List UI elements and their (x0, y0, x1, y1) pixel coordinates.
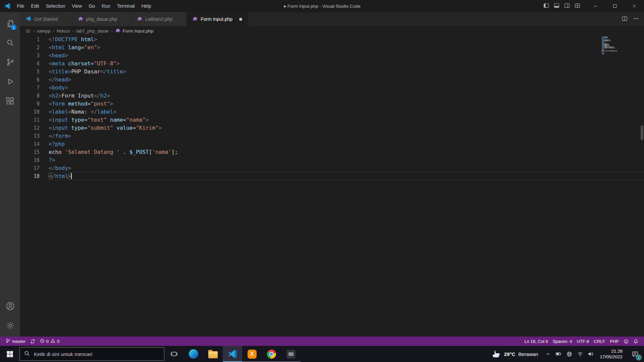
maximize-button[interactable] (605, 0, 625, 12)
toggle-secondary-sidebar-icon[interactable] (564, 3, 570, 9)
line-number[interactable]: 6 (20, 76, 49, 84)
tab-php-dasar-php[interactable]: php_dasar.php (72, 12, 132, 26)
more-actions-icon[interactable] (633, 16, 639, 22)
menu-help[interactable]: Help (138, 0, 155, 12)
code-line[interactable]: 4<meta charset="UTF-8"> (20, 60, 644, 68)
code-line[interactable]: 17</body> (20, 164, 644, 172)
code-line[interactable]: 18</html> (20, 172, 644, 180)
chrome-taskbar-icon[interactable] (262, 346, 281, 362)
activity-explorer-icon[interactable]: 1 (0, 13, 20, 33)
breadcrumb-segment[interactable]: lab7_php_dasar (76, 28, 109, 34)
notifications-bell-icon[interactable] (631, 337, 641, 346)
code-line[interactable]: 3<head> (20, 52, 644, 60)
code-line[interactable]: 14<?php (20, 140, 644, 148)
tab-form-input-php[interactable]: Form Input.php (187, 12, 248, 26)
line-number[interactable]: 18 (20, 172, 49, 180)
menu-file[interactable]: File (13, 0, 28, 12)
toggle-panel-icon[interactable] (554, 3, 559, 9)
battery-icon[interactable] (553, 346, 564, 362)
activity-run-debug-icon[interactable] (0, 72, 20, 91)
code-line[interactable]: 6</head> (20, 76, 644, 84)
clock[interactable]: 21.28 17/05/2022 (596, 348, 626, 360)
wifi-icon[interactable] (575, 346, 585, 362)
sync-button[interactable] (28, 337, 38, 346)
code-line[interactable]: 11<input type="text" name="nama"> (20, 116, 644, 124)
activity-account-icon[interactable] (0, 296, 20, 316)
problems-indicator[interactable]: 0 0 (38, 337, 62, 346)
close-button[interactable] (625, 0, 644, 12)
editor[interactable]: 1<!DOCTYPE html>2<html lang="en">3<head>… (20, 36, 644, 337)
line-number[interactable]: 1 (20, 36, 49, 44)
indentation[interactable]: Spaces: 4 (550, 337, 575, 346)
vscode-taskbar-icon[interactable] (223, 346, 242, 362)
cursor-position[interactable]: Ln 18, Col 8 (522, 337, 550, 346)
code-line[interactable]: 12<input type="submit" value="Kirim"> (20, 124, 644, 132)
code-line[interactable]: 15echo 'Selamat Datang ' . $_POST['nama'… (20, 148, 644, 156)
volume-icon[interactable] (586, 346, 596, 362)
eol[interactable]: CRLF (591, 337, 607, 346)
task-view-button[interactable] (164, 346, 184, 362)
menu-terminal[interactable]: Terminal (114, 0, 138, 12)
toggle-sidebar-icon[interactable] (543, 3, 549, 9)
line-number[interactable]: 10 (20, 108, 49, 116)
xampp-taskbar-icon[interactable]: X (242, 346, 262, 362)
code-line[interactable]: 16?> (20, 156, 644, 164)
line-number[interactable]: 2 (20, 44, 49, 52)
tab-latihan2-php[interactable]: Latihan2.php (131, 12, 187, 26)
minimize-button[interactable] (586, 0, 605, 12)
activity-settings-icon[interactable] (0, 316, 20, 335)
code-line[interactable]: 8<h2>Form Input</h2> (20, 92, 644, 100)
file-explorer-taskbar-icon[interactable] (203, 346, 223, 362)
language-mode[interactable]: PHP (607, 337, 621, 346)
line-number[interactable]: 9 (20, 100, 49, 108)
line-number[interactable]: 8 (20, 92, 49, 100)
activity-search-icon[interactable] (0, 33, 20, 52)
edge-taskbar-icon[interactable] (184, 346, 203, 362)
taskbar-search-input[interactable]: Ketik di sini untuk mencari (19, 347, 164, 361)
code-line[interactable]: 2<html lang="en"> (20, 44, 644, 52)
menu-go[interactable]: Go (85, 0, 98, 12)
menu-edit[interactable]: Edit (28, 0, 43, 12)
code-line[interactable]: 5<title>PHP Dasar</title> (20, 68, 644, 76)
customize-layout-icon[interactable] (575, 3, 580, 9)
code-line[interactable]: 1<!DOCTYPE html> (20, 36, 644, 44)
code-line[interactable]: 9<form method="post"> (20, 100, 644, 108)
weather-widget[interactable]: 29°C Berawan (488, 346, 542, 362)
line-number[interactable]: 17 (20, 164, 49, 172)
activity-extensions-icon[interactable] (0, 91, 20, 111)
network-globe-icon[interactable] (564, 346, 574, 362)
line-number[interactable]: 7 (20, 84, 49, 92)
breadcrumb-segment[interactable]: D: (26, 28, 31, 34)
code-line[interactable]: 10<label>Nama: </label> (20, 108, 644, 116)
line-number[interactable]: 5 (20, 68, 49, 76)
code-line[interactable]: 7<body> (20, 84, 644, 92)
line-number[interactable]: 11 (20, 116, 49, 124)
line-number[interactable]: 4 (20, 60, 49, 68)
hidden-icons-chevron[interactable] (543, 346, 553, 362)
line-number[interactable]: 13 (20, 132, 49, 140)
line-number[interactable]: 12 (20, 124, 49, 132)
action-center-button[interactable]: 1 (627, 346, 643, 362)
breadcrumb-segment[interactable]: htdocs (57, 28, 70, 34)
activity-source-control-icon[interactable] (0, 52, 20, 72)
breadcrumb-file[interactable]: Form Input.php (115, 27, 154, 34)
minimap[interactable] (602, 37, 639, 55)
line-number[interactable]: 14 (20, 140, 49, 148)
menu-view[interactable]: View (68, 0, 85, 12)
menu-selection[interactable]: Selection (43, 0, 69, 12)
tab-get-started[interactable]: Get Started (20, 12, 72, 26)
line-number[interactable]: 3 (20, 52, 49, 60)
encoding[interactable]: UTF-8 (574, 337, 591, 346)
feedback-icon[interactable] (621, 337, 631, 346)
unsaved-dot[interactable] (239, 18, 242, 21)
line-number[interactable]: 16 (20, 156, 49, 164)
breadcrumb-segment[interactable]: xampp (37, 28, 51, 34)
line-number[interactable]: 15 (20, 148, 49, 156)
app-dark-taskbar-icon[interactable] (281, 346, 301, 362)
git-branch[interactable]: master (3, 337, 28, 346)
scrollbar-thumb[interactable] (641, 125, 643, 140)
code-line[interactable]: 13</form> (20, 132, 644, 140)
split-editor-icon[interactable] (622, 16, 628, 22)
start-button[interactable] (0, 346, 19, 362)
menu-run[interactable]: Run (98, 0, 114, 12)
